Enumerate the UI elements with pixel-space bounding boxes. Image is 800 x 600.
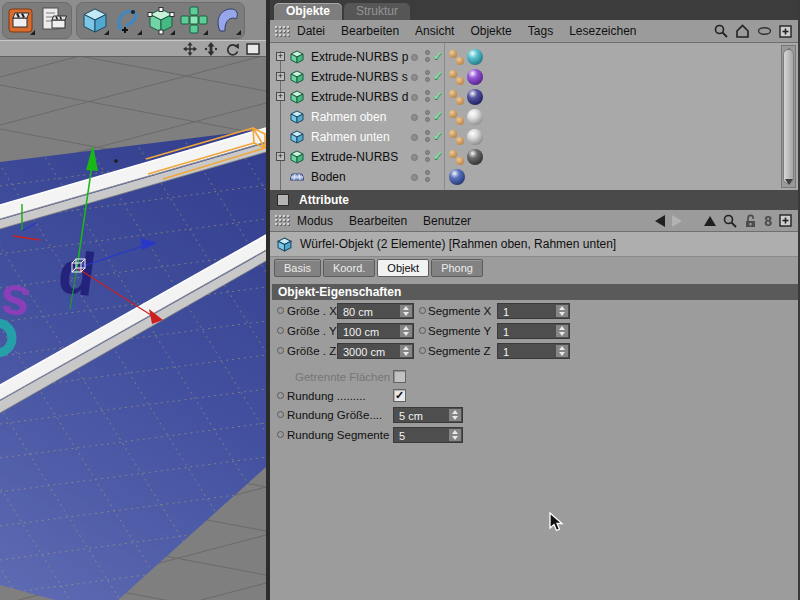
enable-check-icon[interactable]: ✓	[433, 109, 443, 123]
phong-tag-icon[interactable]	[449, 130, 457, 138]
material-tag-icon[interactable]	[449, 169, 465, 185]
expand-icon[interactable]: +	[276, 72, 285, 81]
uvw-tag-icon[interactable]	[456, 97, 464, 105]
menu-am-bearbeiten[interactable]: Bearbeiten	[349, 214, 407, 228]
segmente-y-input[interactable]: 1	[497, 323, 570, 339]
segmente-x-input[interactable]: 1	[497, 303, 570, 319]
stepper-icon[interactable]	[556, 325, 568, 337]
material-tag-icon[interactable]	[467, 49, 483, 65]
add-panel-icon[interactable]	[779, 25, 792, 38]
lock-icon[interactable]	[744, 214, 757, 228]
keyframe-dot[interactable]	[419, 307, 426, 314]
layer-dot[interactable]	[411, 94, 418, 101]
history-back-icon[interactable]	[655, 215, 665, 227]
expand-icon[interactable]: +	[276, 152, 285, 161]
uvw-tag-icon[interactable]	[456, 57, 464, 65]
add-deformer-icon[interactable]	[210, 4, 243, 37]
menu-lesezeichen[interactable]: Lesezeichen	[569, 24, 636, 38]
keyframe-dot[interactable]	[277, 431, 284, 438]
keyframe-dot[interactable]	[277, 392, 284, 399]
eye-icon[interactable]	[757, 26, 772, 36]
tab-phong[interactable]: Phong	[431, 259, 483, 277]
material-tag-icon[interactable]	[467, 149, 483, 165]
segmente-z-input[interactable]: 1	[497, 343, 570, 359]
menu-datei[interactable]: Datei	[297, 24, 325, 38]
layer-dot[interactable]	[411, 134, 418, 141]
scrollbar-thumb[interactable]	[783, 49, 794, 184]
add-array-icon[interactable]	[177, 4, 210, 37]
menu-objekte[interactable]: Objekte	[470, 24, 511, 38]
render-settings-icon[interactable]	[37, 4, 70, 37]
keyframe-dot[interactable]	[277, 411, 284, 418]
visibility-dots[interactable]	[425, 150, 431, 164]
visibility-dots[interactable]	[425, 170, 431, 184]
tab-koord[interactable]: Koord.	[323, 259, 375, 277]
object-row-rahmen-oben[interactable]: Rahmen oben ✓	[270, 107, 798, 127]
dolly-icon[interactable]	[203, 42, 218, 56]
visibility-dots[interactable]	[425, 130, 431, 144]
groesse-y-input[interactable]: 100 cm	[337, 323, 414, 339]
groesse-z-input[interactable]: 3000 cm	[337, 343, 414, 359]
enable-check-icon[interactable]: ✓	[433, 129, 443, 143]
stepper-icon[interactable]	[449, 409, 461, 421]
keyframe-dot[interactable]	[277, 347, 284, 354]
stepper-icon[interactable]	[400, 345, 412, 357]
enable-check-icon[interactable]: ✓	[433, 149, 443, 163]
keyframe-dot[interactable]	[277, 327, 284, 334]
search-icon[interactable]	[714, 24, 728, 38]
stepper-icon[interactable]	[449, 429, 461, 441]
menu-benutzer[interactable]: Benutzer	[423, 214, 471, 228]
material-tag-icon[interactable]	[467, 89, 483, 105]
pan-icon[interactable]	[182, 42, 197, 56]
history-forward-icon[interactable]	[672, 215, 682, 227]
tab-struktur[interactable]: Struktur	[344, 3, 410, 20]
uvw-tag-icon[interactable]	[456, 77, 464, 85]
home-icon[interactable]	[735, 24, 750, 38]
material-tag-icon[interactable]	[467, 129, 483, 145]
link-icon[interactable]: 8	[764, 213, 772, 229]
stepper-icon[interactable]	[400, 325, 412, 337]
viewport-canvas[interactable]: p s	[0, 57, 266, 600]
layer-dot[interactable]	[411, 54, 418, 61]
search-icon[interactable]	[723, 214, 737, 228]
keyframe-dot[interactable]	[277, 307, 284, 314]
uvw-tag-icon[interactable]	[456, 137, 464, 145]
drag-grip-icon[interactable]	[274, 25, 291, 38]
phong-tag-icon[interactable]	[449, 70, 457, 78]
enable-check-icon[interactable]: ✓	[433, 69, 443, 83]
object-list-scrollbar[interactable]	[781, 45, 796, 188]
menu-modus[interactable]: Modus	[297, 214, 333, 228]
add-spline-icon[interactable]	[111, 4, 144, 37]
stepper-icon[interactable]	[400, 305, 412, 317]
drag-grip-icon[interactable]	[274, 214, 291, 227]
layer-dot[interactable]	[411, 174, 418, 181]
expand-icon[interactable]: +	[276, 52, 285, 61]
add-panel-icon[interactable]	[779, 214, 792, 227]
layer-dot[interactable]	[411, 74, 418, 81]
scroll-down-icon[interactable]	[785, 179, 793, 185]
layer-dot[interactable]	[411, 154, 418, 161]
menu-ansicht[interactable]: Ansicht	[415, 24, 454, 38]
groesse-x-input[interactable]: 80 cm	[337, 303, 414, 319]
add-cube-icon[interactable]	[78, 4, 111, 37]
render-view-icon[interactable]	[4, 4, 37, 37]
material-tag-icon[interactable]	[467, 69, 483, 85]
stepper-icon[interactable]	[556, 305, 568, 317]
menu-bearbeiten[interactable]: Bearbeiten	[341, 24, 399, 38]
layer-dot[interactable]	[411, 114, 418, 121]
visibility-dots[interactable]	[425, 110, 431, 124]
parent-up-icon[interactable]	[704, 216, 716, 226]
stepper-icon[interactable]	[556, 345, 568, 357]
visibility-dots[interactable]	[425, 70, 431, 84]
getrennte-flaechen-checkbox[interactable]	[393, 370, 406, 383]
add-hypernurbs-icon[interactable]	[144, 4, 177, 37]
material-tag-icon[interactable]	[467, 109, 483, 125]
object-row-boden[interactable]: Boden	[270, 167, 798, 187]
object-row-rahmen-unten[interactable]: Rahmen unten ✓	[270, 127, 798, 147]
enable-check-icon[interactable]: ✓	[433, 49, 443, 63]
rundung-segmente-input[interactable]: 5	[393, 427, 463, 443]
menu-tags[interactable]: Tags	[528, 24, 553, 38]
phong-tag-icon[interactable]	[449, 90, 457, 98]
uvw-tag-icon[interactable]	[456, 157, 464, 165]
rundung-groesse-input[interactable]: 5 cm	[393, 407, 463, 423]
